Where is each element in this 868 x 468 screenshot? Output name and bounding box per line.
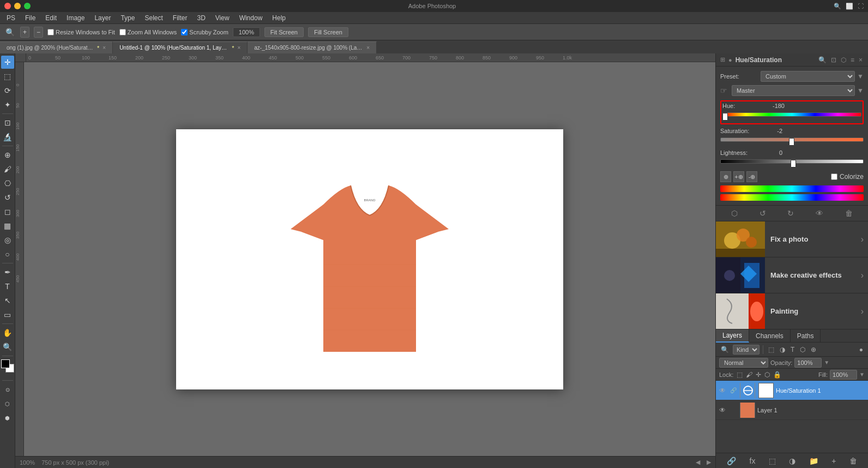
layer-filter-shape-icon[interactable]: ⬡ [798,345,807,355]
tool-eyedropper[interactable]: 🔬 [1,130,14,143]
window-share-icon[interactable]: ⬜ [846,3,853,10]
visibility-icon[interactable]: 👁 [813,208,825,219]
tab-0[interactable]: ong (1).jpg @ 200% (Hue/Saturation 1, La… [0,41,113,53]
properties-arrange-icon[interactable]: ⊡ [830,55,837,65]
properties-search-icon[interactable]: 🔍 [817,55,828,65]
layer-kind-select[interactable]: Kind [733,345,760,355]
lock-image-icon[interactable]: 🖌 [746,371,752,379]
properties-close-icon[interactable]: × [858,55,864,65]
hue-slider-container[interactable] [722,112,861,121]
properties-menu-icon[interactable]: ≡ [849,55,855,65]
tab-paths[interactable]: Paths [791,329,821,343]
tool-gradient[interactable]: ▦ [1,219,14,232]
nav-arrow-right[interactable]: ▶ [707,459,711,466]
tab-2-close[interactable]: × [366,45,370,51]
canvas-scroll[interactable]: BRAND [24,62,715,456]
colorize-checkbox[interactable] [831,173,837,180]
layer-filter-icon[interactable]: 🔍 [719,345,731,355]
saturation-slider-thumb[interactable] [789,138,794,146]
fill-screen-button[interactable]: Fill Screen [308,27,348,37]
resize-windows-checkbox[interactable] [47,29,54,35]
saturation-slider-container[interactable] [720,137,864,146]
hue-slider-thumb[interactable] [722,113,728,121]
menu-file[interactable]: File [21,13,40,23]
menu-ps[interactable]: PS [2,13,20,23]
tool-lasso[interactable]: ⟳ [1,84,14,97]
tool-eraser[interactable]: ◻ [1,205,14,218]
sample-point-tool[interactable]: ⊕ [720,171,731,182]
learn-item-painting[interactable]: Painting › [716,293,868,329]
minus-sample-tool[interactable]: -⊕ [746,171,757,182]
new-adjustment-icon[interactable]: ◑ [789,457,795,465]
delete-icon[interactable]: 🗑 [843,208,855,219]
foreground-color-swatch[interactable] [1,359,10,368]
menu-3d[interactable]: 3D [192,13,209,23]
zoom-input[interactable] [233,27,260,37]
learn-item-fix-photo[interactable]: Fix a photo › [716,221,868,257]
clip-icon[interactable]: ⬡ [729,208,740,219]
refresh-icon[interactable]: ↺ [757,208,768,219]
add-mask-icon[interactable]: ⬚ [769,457,776,465]
tool-mask-mode[interactable]: ⊙ [1,383,14,396]
new-layer-icon[interactable]: + [831,457,836,465]
nav-arrow-left[interactable]: ◀ [696,459,700,466]
menu-select[interactable]: Select [140,13,167,23]
tool-text[interactable]: T [1,280,14,293]
tab-1-close[interactable]: × [237,45,240,51]
tool-marquee[interactable]: ⬚ [1,70,14,83]
zoom-in-icon[interactable]: + [20,27,29,38]
reset-icon[interactable]: ↻ [785,208,796,219]
maximize-btn[interactable] [24,3,31,9]
channel-select[interactable]: Master [732,85,855,96]
zoom-all-checkbox[interactable] [119,29,126,35]
properties-expand-icon[interactable]: ⬡ [840,55,847,65]
layer-filter-toggle[interactable]: ● [858,345,865,355]
tool-pen[interactable]: ✒ [1,266,14,279]
tool-brush[interactable]: 🖌 [1,163,14,176]
tab-layers[interactable]: Layers [716,329,749,343]
new-group-icon[interactable]: 📁 [809,457,818,465]
zoom-tool-icon[interactable]: 🔍 [4,27,16,38]
fit-screen-button[interactable]: Fit Screen [264,27,304,37]
tool-hand[interactable]: ✋ [1,326,14,339]
tool-history-brush[interactable]: ↺ [1,191,14,204]
tool-shape[interactable]: ▭ [1,308,14,321]
tab-1[interactable]: Untitled-1 @ 100% (Hue/Saturation 1, Lay… [113,41,248,53]
tool-crop[interactable]: ⊡ [1,116,14,129]
properties-panel-icon2[interactable]: ● [728,57,732,63]
lock-transparency-icon[interactable]: ⬚ [737,371,743,379]
tab-0-close[interactable]: × [103,45,106,51]
window-search-icon[interactable]: 🔍 [834,3,841,10]
menu-type[interactable]: Type [116,13,139,23]
tool-zoom[interactable]: 🔍 [1,340,14,353]
blend-mode-select[interactable]: Normal [719,358,768,368]
zoom-out-icon[interactable]: − [34,27,43,38]
link-layers-icon[interactable]: 🔗 [727,457,736,465]
window-expand-icon[interactable]: ⛶ [858,3,864,9]
tab-channels[interactable]: Channels [749,329,791,343]
tool-healing[interactable]: ⊕ [1,148,14,161]
layer-filter-pixel-icon[interactable]: ⬚ [767,345,776,355]
menu-layer[interactable]: Layer [90,13,115,23]
preset-select[interactable]: Custom [761,71,855,82]
learn-item-creative-effects[interactable]: Make creative effects › [716,257,868,293]
tool-magic-wand[interactable]: ✦ [1,98,14,111]
fill-input[interactable] [830,370,857,380]
menu-image[interactable]: Image [62,13,89,23]
opacity-input[interactable] [794,358,822,368]
menu-window[interactable]: Window [235,13,267,23]
lock-all-icon[interactable]: 🔒 [773,371,781,379]
layer-filter-smart-icon[interactable]: ⊕ [809,345,818,355]
lock-artboard-icon[interactable]: ⬡ [764,371,770,379]
scrubby-zoom-checkbox[interactable] [181,29,188,35]
tool-blur[interactable]: ◎ [1,233,14,247]
menu-view[interactable]: View [211,13,234,23]
tab-2[interactable]: az-_1540x905-800-resize.jpg @ 100% (Laye… [248,41,377,53]
layer-filter-type-icon[interactable]: T [789,345,796,355]
tool-stamp[interactable]: ⎔ [1,177,14,190]
menu-help[interactable]: Help [268,13,290,23]
minimize-btn[interactable] [14,3,21,9]
tool-frame[interactable]: ⬡ [1,397,14,410]
layer-row-layer1[interactable]: 👁 Layer 1 [716,400,868,420]
lightness-slider-thumb[interactable] [791,160,796,167]
